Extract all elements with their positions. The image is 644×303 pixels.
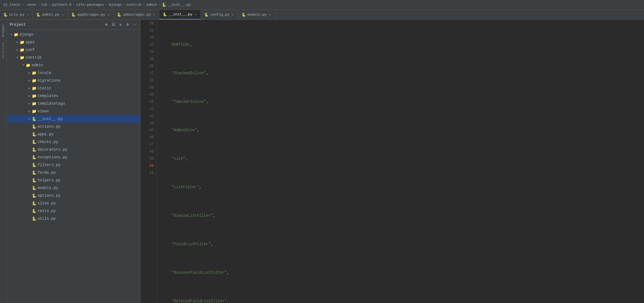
sort-button[interactable]: ⇅ — [118, 22, 123, 27]
layout-button[interactable]: ☰ — [111, 22, 116, 27]
tab-admin-close[interactable]: ✕ — [61, 13, 65, 17]
breadcrumb-venv[interactable]: .venv — [25, 3, 36, 7]
tab-adminapps-close[interactable]: ✕ — [153, 13, 156, 17]
tree-models-py[interactable]: 🐍 models.py — [7, 184, 140, 192]
tree-helpers-py[interactable]: 🐍 helpers.py — [7, 176, 140, 184]
tree-static[interactable]: ▶ 📁 static — [7, 84, 140, 92]
tab-config-icon: 🐍 — [204, 13, 209, 17]
file-actions-icon: 🐍 — [31, 124, 36, 129]
tree-apps[interactable]: ▶ 📁 apps — [7, 38, 140, 46]
collapse-button[interactable]: − — [132, 22, 137, 27]
tab-adminapps-py[interactable]: 🐍 admin/apps.py ✕ — [114, 10, 159, 19]
breadcrumb-lib[interactable]: lib — [41, 3, 47, 7]
tree-conf-label: conf — [25, 48, 35, 52]
side-tabs: Project Structure — [0, 20, 7, 303]
code-content[interactable]: VERTICAL, "StackedInline", "TabularInlin… — [157, 20, 644, 303]
sep1: › — [22, 3, 24, 7]
tab-models-close[interactable]: ✕ — [268, 13, 272, 17]
breadcrumb-project[interactable]: dj_tools — [3, 3, 20, 7]
tree-admin[interactable]: ▼ 📁 admin — [7, 61, 140, 69]
tree-exceptions-py[interactable]: 🐍 exceptions.py — [7, 153, 140, 161]
tab-app01apps-close[interactable]: ✕ — [107, 13, 110, 17]
folder-contrib-icon: 📁 — [19, 55, 24, 60]
settings-button[interactable]: ⚙ — [125, 22, 130, 27]
tab-app01apps-py[interactable]: 🐍 app01/apps.py ✕ — [68, 10, 114, 19]
tree-views[interactable]: ▶ 📁 views — [7, 107, 140, 115]
tab-models-label: models.py — [248, 13, 267, 17]
sep4: › — [73, 3, 75, 7]
tree-locale-label: locale — [38, 71, 51, 75]
sep3: › — [48, 3, 51, 7]
tab-bar: 🐍 urls.py ✕ 🐍 admin.py ✕ 🐍 app01/apps.py… — [0, 10, 644, 20]
breadcrumb-python[interactable]: python3.8 — [52, 3, 71, 7]
tree-tests-label: tests.py — [38, 209, 56, 213]
file-options-icon: 🐍 — [31, 193, 36, 198]
breadcrumb-sitepackages[interactable]: site-packages — [76, 3, 104, 7]
file-filters-icon: 🐍 — [31, 162, 36, 167]
side-tab-project[interactable]: Project — [1, 22, 6, 39]
tree-locale[interactable]: ▶ 📁 locale — [7, 69, 140, 77]
arrow-templatetags: ▶ — [27, 101, 31, 106]
arrow-contrib: ▼ — [15, 55, 19, 60]
ln-43: 43 — [140, 112, 154, 119]
tab-models-py[interactable]: 🐍 models.py ✕ — [238, 10, 275, 19]
tree-migrations[interactable]: ▶ 📁 migrations — [7, 77, 140, 84]
tab-config-py[interactable]: 🐍 config.py ✕ — [201, 10, 238, 19]
side-tab-structure[interactable]: Structure — [1, 40, 6, 61]
tree-templatetags[interactable]: ▶ 📁 templatetags — [7, 100, 140, 107]
file-decorators-icon: 🐍 — [31, 147, 36, 152]
tab-urls-py[interactable]: 🐍 urls.py ✕ — [0, 10, 33, 19]
tree-contrib-label: contrib — [25, 55, 42, 60]
tree-contrib[interactable]: ▼ 📁 contrib — [7, 54, 140, 61]
code-line-31: "StackedInline", — [162, 70, 644, 77]
breadcrumb-admin[interactable]: admin — [146, 3, 157, 7]
tree-django-label: django — [19, 32, 33, 37]
tree-static-label: static — [38, 86, 51, 90]
tree-sites-py[interactable]: 🐍 sites.py — [7, 199, 140, 207]
tree-checks-py[interactable]: 🐍 checks.py — [7, 138, 140, 146]
tree-admin-label: admin — [31, 63, 43, 67]
code-line-33: "AdminSite", — [162, 127, 644, 134]
ln-34: 34 — [140, 48, 154, 55]
tree-apps-py[interactable]: 🐍 apps.py — [7, 130, 140, 138]
str-fieldlistfilter: "FieldListFilter" — [172, 242, 211, 246]
sep2: › — [37, 3, 39, 7]
tree-django[interactable]: ▼ 📁 django — [7, 31, 140, 38]
file-sites-icon: 🐍 — [31, 201, 36, 206]
tab-urls-icon: 🐍 — [3, 13, 8, 17]
tab-init-label: __init__.py — [169, 12, 192, 16]
tree-actions-py[interactable]: 🐍 actions.py — [7, 123, 140, 130]
tree-filters-py[interactable]: 🐍 filters.py — [7, 161, 140, 169]
breadcrumb-contrib[interactable]: contrib — [127, 3, 142, 7]
tree-models-label: models.py — [38, 186, 58, 190]
code-line-39: "RelatedFieldListFilter", — [162, 298, 644, 303]
sidebar-title: Project — [10, 22, 101, 27]
tree-utils-py[interactable]: 🐍 utils.py — [7, 215, 140, 222]
tree-templates[interactable]: ▶ 📁 templates — [7, 92, 140, 100]
tree-helpers-label: helpers.py — [38, 178, 61, 182]
sidebar: Project ⊕ ☰ ⇅ ⚙ − ▼ 📁 django ▶ 📁 apps — [7, 20, 140, 303]
editor-area[interactable]: 30 31 32 33 34 35 36 37 38 39 40 41 42 4… — [140, 20, 644, 303]
tree-apps-label: apps — [25, 40, 35, 44]
tree-options-py[interactable]: 🐍 options.py — [7, 192, 140, 199]
ln-45: 45 — [140, 127, 154, 134]
tab-init-py[interactable]: 🐍 __init__.py ✕ — [159, 10, 201, 19]
tree-decorators-py[interactable]: 🐍 decorators.py — [7, 146, 140, 153]
add-button[interactable]: ⊕ — [104, 22, 109, 27]
tree-conf[interactable]: ▶ 📁 conf — [7, 46, 140, 54]
ln-42: 42 — [140, 105, 154, 112]
tab-init-close[interactable]: ✕ — [194, 12, 197, 16]
tab-admin-py[interactable]: 🐍 admin.py ✕ — [33, 10, 68, 19]
tab-config-close[interactable]: ✕ — [231, 13, 235, 17]
breadcrumb-init[interactable]: __init__.py — [167, 3, 191, 7]
tree-init-py[interactable]: ▶ 🐍 __init__.py — [7, 115, 140, 123]
ln-40: 40 — [140, 91, 154, 98]
tab-urls-close[interactable]: ✕ — [26, 13, 30, 17]
ln-30: 30 — [140, 20, 154, 27]
breadcrumb-django[interactable]: django — [109, 3, 122, 7]
tree-forms-py[interactable]: 🐍 forms.py — [7, 169, 140, 176]
arrow-locale: ▶ — [27, 71, 31, 75]
tree-tests-py[interactable]: 🐍 tests.py — [7, 207, 140, 215]
code-line-34: "site", — [162, 155, 644, 162]
tree-apps-label2: apps.py — [38, 132, 54, 136]
